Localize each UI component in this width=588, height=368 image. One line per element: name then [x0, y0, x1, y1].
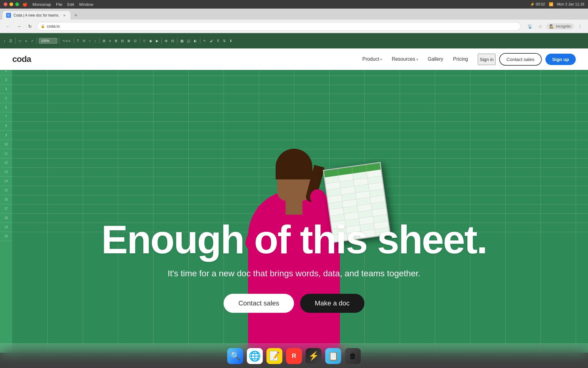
toolbar-radio-icon[interactable]: ◉: [148, 38, 153, 44]
toolbar-box1-icon[interactable]: ⊕: [164, 38, 169, 44]
product-chevron-icon: ▾: [380, 58, 382, 61]
browser-nav-bar: ← → ↻ 🔒 coda.io 📡 ☆ 🕵 Incognito ⋮: [0, 20, 588, 33]
toolbar-separator-3: [59, 38, 59, 44]
edit-menu[interactable]: Edit: [67, 2, 74, 7]
dock-preview[interactable]: 📋: [325, 348, 341, 364]
dock-reeder[interactable]: R: [286, 348, 302, 364]
toolbar-cols-icon[interactable]: ⊠: [126, 38, 131, 44]
back-button[interactable]: ←: [4, 22, 12, 31]
toolbar-list-icon[interactable]: ☰: [8, 38, 13, 44]
monosnap-menu[interactable]: Monosnap: [32, 2, 51, 7]
spreadsheet-toolbar: ↕ ☰ ⬭ ⌾ ✓ 100% ∿∿∿ T H ÷ ↕ ⊞ ≡ ≣ ⊟ ⊠ ⊡ ▽…: [0, 33, 588, 48]
website-content: ↕ ☰ ⬭ ⌾ ✓ 100% ∿∿∿ T H ÷ ↕ ⊞ ≡ ≣ ⊟ ⊠ ⊡ ▽…: [0, 33, 588, 353]
security-lock-icon: 🔒: [41, 24, 45, 28]
toolbar-img3-icon[interactable]: ◐: [193, 38, 198, 44]
contact-sales-nav-button[interactable]: Contact sales: [499, 53, 542, 66]
bookmark-icon[interactable]: ☆: [536, 22, 545, 31]
apple-menu[interactable]: 🍎: [23, 2, 28, 7]
maximize-button[interactable]: [15, 2, 19, 6]
toolbar-text-icon[interactable]: T: [76, 38, 81, 43]
toolbar-align-center-icon[interactable]: ≣: [113, 38, 119, 44]
toolbar-separator-7: [161, 38, 162, 44]
site-logo[interactable]: coda: [12, 54, 31, 64]
tab-title: Coda | A new doc for teams.: [13, 13, 59, 17]
nav-product[interactable]: Product ▾: [362, 56, 382, 62]
toolbar-separator-5: [99, 38, 100, 44]
toolbar-check-icon[interactable]: ✓: [30, 38, 35, 44]
nav-cta-group: Sign in Contact sales Sign up: [478, 53, 576, 66]
toolbar-zoom-input[interactable]: 100%: [39, 38, 57, 44]
nav-gallery[interactable]: Gallery: [428, 56, 443, 62]
signin-button[interactable]: Sign in: [478, 54, 496, 65]
hero-headline: Enough of this sheet.: [0, 220, 588, 259]
toolbar-align-left-icon[interactable]: ≡: [108, 38, 112, 43]
macos-menu: 🍎 Monosnap File Edit Window: [23, 2, 93, 7]
toolbar-updown-icon[interactable]: ↕: [93, 38, 97, 43]
toolbar-grid1-icon[interactable]: ⊞: [101, 38, 107, 44]
site-navigation: coda Product ▾ Resources ▾ Gallery Prici…: [0, 48, 588, 70]
toolbar-align-icon[interactable]: ↕: [2, 38, 7, 43]
tab-close-button[interactable]: ✕: [62, 13, 67, 18]
browser-nav-right: 📡 ☆ 🕵 Incognito ⋮: [526, 22, 584, 31]
toolbar-circle-icon[interactable]: ⌾: [24, 38, 28, 43]
casting-icon[interactable]: 📡: [526, 22, 534, 31]
toolbar-more-icon[interactable]: ⬇: [228, 38, 233, 44]
hero-contact-sales-button[interactable]: Contact sales: [224, 294, 294, 313]
refresh-button[interactable]: ↻: [26, 22, 34, 31]
woman-hair-top: [276, 149, 312, 179]
toolbar-img2-icon[interactable]: ◱: [186, 38, 191, 44]
browser-tab[interactable]: C Coda | A new doc for teams. ✕: [2, 11, 70, 20]
incognito-avatar-icon: 🕵: [549, 24, 554, 29]
window-controls[interactable]: [4, 2, 19, 6]
toolbar-img1-icon[interactable]: ▦: [179, 38, 185, 44]
toolbar-align-right-icon[interactable]: ⊟: [120, 38, 125, 44]
toolbar-header-icon[interactable]: H: [81, 38, 86, 43]
minimize-button[interactable]: [9, 2, 13, 6]
dock-chrome[interactable]: 🌐: [247, 348, 263, 364]
signup-button[interactable]: Sign up: [545, 54, 576, 65]
resources-chevron-icon: ▾: [417, 58, 418, 61]
titlebar-right: ⚡ 00:02 📶 Mon 3 Jan 11:16: [530, 2, 584, 6]
nav-pricing-label: Pricing: [453, 56, 468, 62]
clock: Mon 3 Jan 11:16: [557, 2, 584, 6]
dock-alfred[interactable]: ⚡: [306, 348, 322, 364]
toolbar-divide-icon[interactable]: ÷: [88, 38, 92, 43]
toolbar-filter-icon[interactable]: ⊽: [216, 38, 221, 44]
hero-subheadline: It's time for a new doc that brings word…: [0, 269, 588, 278]
toolbar-paint-icon[interactable]: 🖌: [209, 38, 214, 43]
incognito-button[interactable]: 🕵 Incognito: [546, 23, 574, 29]
battery-indicator: ⚡ 00:02: [530, 2, 545, 6]
window-menu[interactable]: Window: [79, 2, 93, 7]
nav-pricing[interactable]: Pricing: [453, 56, 468, 62]
wifi-icon: 📶: [549, 2, 553, 6]
tab-favicon: C: [6, 13, 11, 18]
toolbar-dropdown-icon[interactable]: ▽: [142, 38, 147, 44]
toolbar-separator-8: [177, 38, 177, 44]
nav-resources-label: Resources: [392, 56, 415, 62]
toolbar-play-icon[interactable]: ▶: [155, 38, 160, 44]
toolbar-separator-4: [74, 38, 74, 44]
address-bar[interactable]: 🔒 coda.io: [37, 22, 521, 31]
toolbar-separator-1: [15, 38, 16, 44]
hero-make-doc-button[interactable]: Make a doc: [300, 294, 364, 313]
toolbar-box2-icon[interactable]: ⊟: [170, 38, 175, 44]
new-tab-button[interactable]: +: [72, 11, 80, 20]
incognito-label: Incognito: [556, 24, 571, 29]
file-menu[interactable]: File: [56, 2, 62, 7]
hero-text-area: Enough of this sheet. It's time for a ne…: [0, 220, 588, 313]
toolbar-shape-icon[interactable]: ⬭: [17, 38, 23, 44]
dock-notes[interactable]: 📝: [266, 348, 282, 364]
nav-product-label: Product: [362, 56, 379, 62]
close-button[interactable]: [4, 2, 7, 6]
nav-gallery-label: Gallery: [428, 56, 443, 62]
toolbar-wave-icon[interactable]: ∿∿∿: [61, 38, 72, 44]
macos-dock: 🔍 🌐 📝 R ⚡ 📋 🗑: [0, 343, 588, 368]
forward-button[interactable]: →: [15, 22, 23, 31]
toolbar-sort-icon[interactable]: ⇅: [222, 38, 227, 44]
toolbar-rows-icon[interactable]: ⊡: [133, 38, 138, 44]
dock-item-7[interactable]: 🗑: [345, 348, 361, 364]
toolbar-cursor-icon[interactable]: ↖: [202, 38, 207, 44]
dock-finder[interactable]: 🔍: [227, 348, 243, 364]
browser-menu-icon[interactable]: ⋮: [576, 22, 584, 31]
nav-resources[interactable]: Resources ▾: [392, 56, 418, 62]
